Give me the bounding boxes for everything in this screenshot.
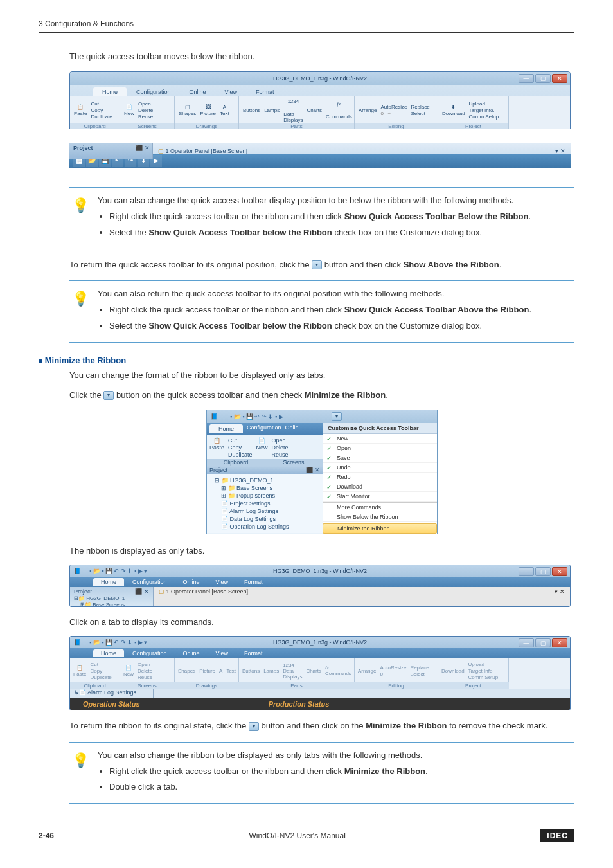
dd-tab-config: Configuration [243, 424, 285, 433]
exp-target: Target Info. [468, 668, 499, 674]
tip3-intro: You can also change the ribbon to be dis… [98, 749, 574, 763]
minimize-window-icon: — [519, 567, 534, 576]
customize-dropdown-screenshot: 📘 ▪ 📂 ▪ 💾 ↶ ↷ ⬇ ▪ ▶ ▾ Home Configuration… [206, 410, 438, 534]
tree-base-screens: ⊞ 📁 Base Screens [209, 484, 320, 492]
clipboard-group-label: Clipboard [70, 123, 120, 129]
menu-undo: ✓Undo [323, 463, 437, 473]
maximize-window-icon: ▢ [535, 74, 551, 83]
dd-tab-online: Onlin [285, 424, 299, 433]
return-above-paragraph: To return the quick access toolbar to it… [69, 258, 574, 272]
exp-reuse: Reuse [138, 674, 152, 680]
lamps-part: Lamps [264, 107, 280, 113]
exp-picture: Picture [199, 668, 215, 674]
drawings-group-label: Drawings [175, 123, 238, 129]
tip1-bullet-1: Right click the quick access toolbar or … [109, 210, 574, 224]
exp-lamps: Lamps [263, 668, 279, 674]
exp-commands: Commands [325, 671, 351, 676]
close-window-icon: ✕ [552, 74, 567, 83]
editing-group-label: Editing [355, 123, 438, 129]
exp-upload: Upload [468, 662, 499, 667]
screens-group-label: Screens [120, 123, 174, 129]
delete-item: Delete [138, 107, 153, 113]
exp-delete: Delete [138, 668, 152, 674]
tab-config: Configuration [125, 578, 175, 586]
open-item: Open [138, 101, 153, 107]
dropdown-icon: ▾ [312, 260, 322, 269]
tree-alarm-log: 📄 Alarm Log Settings [209, 507, 320, 515]
exp-drawings-label: Drawings [174, 682, 239, 689]
dd-reuse: Reuse [272, 451, 289, 458]
tab4-home: Home [93, 649, 124, 657]
exp-download: Download [441, 668, 465, 674]
tree3-root: HG3G_DEMO_1 [86, 595, 125, 601]
minimize-window-icon: — [519, 74, 534, 83]
exp-charts: Charts [306, 668, 321, 674]
lightbulb-icon: 💡 [72, 749, 89, 766]
tabs-expanded-screenshot: 📘 ▪ 📂 ▪ 💾 ↶ ↷ ⬇ ▪ ▶ ▾ HG3G_DEMO_1.n3g - … [69, 636, 571, 710]
exp-clipboard-label: Clipboard [69, 682, 120, 689]
download-item: ⬇Download [442, 104, 465, 116]
charts-part: Charts [306, 107, 322, 113]
window-title-3: HG3G_DEMO_1.n3g - WindO/I-NV2 [273, 568, 367, 574]
tab-home: Home [93, 578, 124, 586]
shapes-item: ▢Shapes [179, 104, 196, 116]
exp-screens-label: Screens [120, 682, 175, 689]
tip3-bullet-1: Right click the quick access toolbar or … [109, 765, 574, 779]
brand-logo: IDEC [540, 829, 574, 842]
footer-title: WindO/I-NV2 User's Manual [249, 831, 346, 840]
exp-cut: Cut [90, 662, 111, 667]
exp-text: Text [226, 668, 236, 674]
reuse-item: Reuse [138, 114, 153, 120]
menu-new: ✓New [323, 434, 437, 444]
project-pane-label-3: Project [74, 588, 92, 595]
ribbon-tab-view: View [216, 87, 246, 96]
minimize-p1: You can change the format of the ribbon … [69, 369, 574, 383]
minimize-heading: Minimize the Ribbon [39, 356, 574, 365]
tab4-online: Online [175, 649, 208, 657]
maximize-window-icon: ▢ [535, 567, 551, 576]
paste-button: 📋Paste [74, 104, 87, 116]
tabs-only-screenshot: 📘 ▪ 📂 ▪ 💾 ↶ ↷ ⬇ ▪ ▶ ▾ HG3G_DEMO_1.n3g - … [69, 565, 571, 607]
tree-data-log: 📄 Data Log Settings [209, 515, 320, 523]
dd-new: 📄New [256, 437, 268, 458]
canvas-tab-3: 1 Operator Panel [Base Screen] [166, 588, 249, 595]
duplicate-item: Duplicate [91, 114, 112, 120]
close-window-icon: ✕ [552, 638, 567, 647]
ribbon-tabs-only-text: The ribbon is displayed as only tabs. [69, 545, 574, 558]
exp-data: Data Displays [283, 668, 302, 680]
window-title: HG3G_DEMO_1.n3g - WindO/I-NV2 [273, 75, 367, 82]
dd-copy: Copy [228, 444, 253, 451]
close-window-icon: ✕ [552, 567, 567, 576]
tip1-intro: You can also change the quick access too… [98, 194, 574, 208]
tab4-format: Format [236, 649, 271, 657]
dropdown-icon: ▾ [332, 412, 342, 421]
exp-new: 📄New [123, 665, 134, 677]
tab-online: Online [175, 578, 208, 586]
select-item: Select [411, 111, 429, 116]
tab-format: Format [236, 578, 271, 586]
status-production: Production Status [269, 700, 330, 708]
arrange-item: Arrange [359, 107, 377, 113]
exp-select: Select [410, 671, 429, 677]
page-number: 2-46 [39, 831, 54, 840]
upload-item: Upload [469, 101, 499, 107]
exp-parts-label: Parts [238, 682, 355, 689]
menu-open: ✓Open [323, 444, 437, 453]
dd-paste: 📋Paste [209, 437, 224, 458]
lightbulb-icon: 💡 [72, 287, 89, 304]
exp-replace: Replace [410, 665, 429, 671]
exp-shapes: Shapes [178, 668, 195, 674]
cut-item: Cut [91, 101, 112, 107]
project-pane: Project ⬛ ✕ [69, 143, 153, 159]
new-button: 📄New [124, 104, 134, 116]
autoresize-item: AutoResize [380, 104, 407, 110]
menu-minimize-ribbon: Minimize the Ribbon [323, 523, 437, 534]
tree-root: ⊟ 📁 HG3G_DEMO_1 [209, 476, 320, 484]
ribbon-tab-home: Home [93, 87, 127, 96]
dd-duplicate: Duplicate [228, 451, 253, 458]
project-group-label: Project [438, 123, 508, 129]
exp-arrange: Arrange [358, 668, 376, 674]
exp-editing-label: Editing [354, 682, 438, 689]
alarm-log-settings: Alarm Log Settings [87, 689, 136, 696]
menu-show-below: Show Below the Ribbon [323, 512, 437, 522]
